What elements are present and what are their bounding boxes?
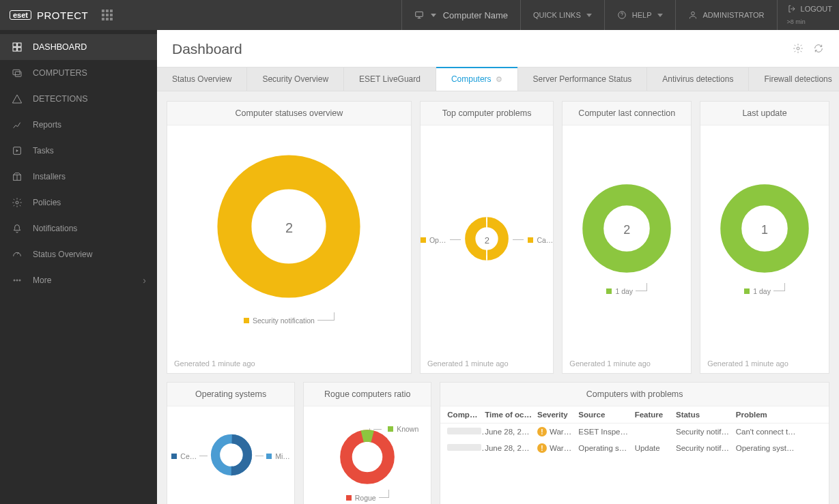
logout-timer: >8 min [787, 19, 806, 26]
col-feature[interactable]: Feature [635, 411, 676, 419]
donut-chart: 2 [217, 155, 360, 300]
card-last-update[interactable]: Last update 1 1 day [700, 101, 829, 374]
search-placeholder: Computer Name [443, 10, 508, 20]
table-row[interactable]: June 28, 2022 … !Warning Operating syst…… [440, 440, 829, 456]
card-last-connection[interactable]: Computer last connection 2 1 day [562, 101, 692, 374]
card-footer: Generated 1 minute ago [167, 354, 411, 373]
col-status[interactable]: Status [676, 411, 736, 419]
sidebar-item-detections[interactable]: DETECTIONS [0, 86, 157, 112]
card-footer: Generated 1 minute ago [700, 354, 829, 373]
col-problem[interactable]: Problem [736, 411, 822, 419]
sidebar-item-label: Tasks [33, 146, 54, 155]
card-problems-table[interactable]: Computers with problems Computer name Ti… [440, 382, 829, 504]
computer-search[interactable]: Computer Name [401, 0, 520, 30]
card-operating-systems[interactable]: Operating systems Ce… [167, 382, 295, 504]
more-icon [11, 274, 23, 286]
logout-button[interactable]: LOGOUT >8 min [777, 0, 839, 30]
apps-grid-icon[interactable] [102, 10, 113, 20]
brand[interactable]: eset PROTECT [0, 10, 98, 21]
page-header: Dashboard [157, 30, 839, 67]
card-title: Rogue computers ratio [304, 383, 431, 406]
donut-chart: 1 [720, 184, 809, 275]
donut-chart [210, 434, 253, 478]
chevron-down-icon [657, 14, 663, 17]
card-title: Computer statuses overview [167, 102, 411, 125]
sidebar-item-tasks[interactable]: Tasks [0, 138, 157, 164]
table-row[interactable]: June 28, 2022 … !Warning ESET Inspect C…… [440, 424, 829, 440]
card-footer: Generated 1 minute ago [421, 354, 553, 373]
cell-time: June 28, 2022 … [485, 444, 537, 452]
sidebar-item-policies[interactable]: Policies [0, 190, 157, 216]
legend-label: Security notification [253, 316, 315, 325]
sidebar-item-reports[interactable]: Reports [0, 112, 157, 138]
cell-time: June 28, 2022 … [485, 428, 537, 436]
card-top-problems[interactable]: Top computer problems Op… [420, 101, 554, 374]
logout-label: LOGOUT [801, 5, 832, 13]
sidebar-item-installers[interactable]: Installers [0, 164, 157, 190]
card-title: Last update [700, 102, 829, 125]
settings-button[interactable] [793, 43, 804, 56]
tab-security-overview[interactable]: Security Overview [247, 68, 344, 91]
play-icon [11, 145, 23, 157]
sidebar-item-label: DASHBOARD [33, 42, 87, 52]
sidebar-item-computers[interactable]: COMPUTERS [0, 60, 157, 86]
legend-label: Known [397, 425, 418, 433]
sidebar: DASHBOARD COMPUTERS DETECTIONS Reports T… [0, 30, 157, 504]
package-icon [11, 171, 23, 183]
cell-problem: Operating syst… [736, 444, 822, 452]
help-menu[interactable]: HELP [604, 0, 675, 30]
tab-liveguard[interactable]: ESET LiveGuard [344, 68, 436, 91]
col-time[interactable]: Time of occurrence [485, 411, 537, 419]
col-source[interactable]: Source [578, 411, 634, 419]
legend-label: Op… [429, 236, 446, 244]
sidebar-item-label: Installers [33, 172, 66, 181]
card-statuses-overview[interactable]: Computer statuses overview 2 Security no… [167, 101, 412, 374]
tab-computers[interactable]: Computers⚙ [436, 68, 518, 91]
sidebar-item-more[interactable]: More › [0, 267, 157, 293]
col-computer-name[interactable]: Computer name [447, 411, 485, 419]
tab-firewall[interactable]: Firewall detections [749, 68, 839, 91]
warning-icon: ! [537, 443, 547, 453]
legend-label: Ce… [180, 452, 197, 460]
refresh-button[interactable] [813, 43, 824, 56]
tab-server-performance[interactable]: Server Performance Status [518, 68, 648, 91]
svg-rect-8 [15, 72, 21, 76]
legend-label: 1 day [615, 287, 633, 295]
chevron-right-icon: › [143, 275, 146, 286]
sidebar-item-status-overview[interactable]: Status Overview [0, 241, 157, 267]
donut-chart: 2 [582, 184, 671, 275]
tab-label: Antivirus detections [662, 74, 733, 84]
tab-label: Security Overview [262, 74, 328, 84]
sidebar-item-label: Status Overview [33, 250, 92, 259]
svg-rect-7 [13, 70, 20, 74]
svg-point-24 [346, 436, 388, 478]
bell-icon [11, 222, 23, 235]
sidebar-item-notifications[interactable]: Notifications [0, 216, 157, 241]
legend-label: Rogue [355, 494, 376, 502]
gear-icon [11, 196, 23, 209]
legend-label: Mi… [275, 452, 290, 460]
logout-icon [787, 4, 797, 14]
cell-problem: Can't connect t… [736, 428, 822, 436]
gear-icon[interactable]: ⚙ [496, 75, 502, 83]
tab-antivirus[interactable]: Antivirus detections [647, 68, 749, 91]
monitor-icon [414, 10, 424, 20]
col-severity[interactable]: Severity [537, 411, 578, 419]
help-icon [617, 10, 627, 20]
card-title: Computer last connection [563, 102, 691, 125]
card-title: Top computer problems [421, 102, 553, 125]
chevron-down-icon [586, 14, 592, 17]
donut-chart: 2 [465, 217, 509, 263]
svg-rect-5 [13, 48, 16, 51]
sidebar-item-label: DETECTIONS [33, 94, 88, 104]
computers-icon [11, 67, 23, 79]
admin-menu[interactable]: ADMINISTRATOR [675, 0, 777, 30]
cell-status: Security notific… [676, 444, 736, 452]
svg-point-14 [19, 280, 20, 281]
cell-source: Operating syst… [578, 444, 634, 452]
tab-status-overview[interactable]: Status Overview [157, 68, 247, 91]
card-rogue-ratio[interactable]: Rogue computers ratio Known R [303, 382, 431, 504]
sidebar-item-dashboard[interactable]: DASHBOARD [0, 34, 157, 60]
quick-links-menu[interactable]: QUICK LINKS [520, 0, 604, 30]
cell-feature: Update [635, 444, 676, 452]
